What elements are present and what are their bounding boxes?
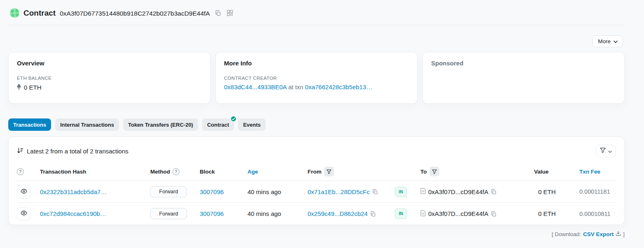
tab-transactions[interactable]: Transactions <box>8 118 51 131</box>
col-age-toggle[interactable]: Age <box>247 169 258 175</box>
txn-fee-text: 0.00011181 <box>579 188 610 195</box>
more-info-card: More Info CONTRACT CREATOR 0x83dC44...49… <box>215 52 418 104</box>
qr-code-button[interactable] <box>226 9 234 17</box>
eye-icon <box>21 189 27 195</box>
direction-badge: IN <box>395 209 407 219</box>
eth-balance-value: 0 ETH <box>24 84 42 91</box>
copy-from-button[interactable] <box>372 189 378 195</box>
overview-title: Overview <box>17 60 202 67</box>
col-value: Value <box>534 169 579 175</box>
table-header-row: ? Transaction Hash Method ? Block Age Fr… <box>17 162 616 181</box>
col-from: From <box>308 169 322 175</box>
table-row: 0x2322b311adcb5da7… Forward 3007096 40 m… <box>17 181 616 203</box>
to-filter-button[interactable] <box>429 167 439 176</box>
tab-events[interactable]: Events <box>238 118 266 131</box>
sort-descending-icon <box>17 147 23 155</box>
sponsored-card: Sponsored <box>422 52 625 104</box>
col-block: Block <box>200 169 247 175</box>
page-header: Contract 0xA3f07D6773514480b918C2742b027… <box>8 0 625 25</box>
method-badge[interactable]: Forward <box>150 208 187 219</box>
verified-check-icon <box>230 116 237 122</box>
chevron-down-icon <box>608 148 612 154</box>
from-address-link[interactable]: 0x259c49...D862cb24 <box>308 210 368 217</box>
download-icon <box>616 231 621 237</box>
toolbar-row: More <box>8 35 623 47</box>
table-filter-button[interactable] <box>596 145 616 157</box>
download-suffix: ] <box>623 231 625 237</box>
txn-hash-link[interactable]: 0x2322b311adcb5da7… <box>40 188 107 195</box>
eye-icon <box>21 211 27 217</box>
chevron-down-icon <box>614 38 618 44</box>
overview-card: Overview ETH BALANCE 0 ETH <box>8 52 210 104</box>
col-txn-fee-toggle[interactable]: Txn Fee <box>579 169 600 175</box>
preview-transaction-button[interactable] <box>17 185 30 199</box>
page-title: Contract 0xA3f07D6773514480b918C2742b027… <box>23 9 210 18</box>
contract-creator-row: 0x83dC44...4933BE0A at txn 0xa7662428c3b… <box>224 83 409 90</box>
from-address-link[interactable]: 0x71a1Eb...28DD5cFc <box>308 188 370 195</box>
table-row: 0xc72d984ccac6190b… Forward 3007096 40 m… <box>17 203 616 225</box>
tab-bar: Transactions Internal Transactions Token… <box>8 118 625 131</box>
method-help-icon[interactable]: ? <box>173 168 180 175</box>
eth-balance-label: ETH BALANCE <box>17 76 202 81</box>
creator-connector: at txn <box>288 83 303 90</box>
more-label: More <box>598 38 611 44</box>
more-dropdown-button[interactable]: More <box>593 35 623 47</box>
transactions-card: Latest 2 from a total of 2 transactions … <box>8 137 625 225</box>
to-address-text: 0xA3f07D...cD9E44fA <box>428 188 488 195</box>
to-address-text: 0xA3f07D...cD9E44fA <box>428 210 488 217</box>
direction-badge: IN <box>395 187 407 197</box>
tab-token-transfers-erc20[interactable]: Token Transfers (ERC-20) <box>123 118 198 131</box>
eth-balance-row: 0 ETH <box>17 83 202 91</box>
contract-address: 0xA3f07D6773514480b918C2742b027b3acD9E44… <box>60 10 210 17</box>
table-summary-row: Latest 2 from a total of 2 transactions <box>17 137 616 162</box>
col-method: Method <box>150 169 170 175</box>
contract-document-icon <box>420 188 426 195</box>
txn-hash-link[interactable]: 0xc72d984ccac6190b… <box>40 210 106 217</box>
info-cards: Overview ETH BALANCE 0 ETH More Info CON… <box>8 52 625 104</box>
copy-to-button[interactable] <box>491 211 497 217</box>
txn-fee-text: 0.00010811 <box>579 211 611 217</box>
value-text: 0 ETH <box>538 210 556 217</box>
age-text: 40 mins ago <box>247 188 281 195</box>
tab-internal-transactions[interactable]: Internal Transactions <box>55 118 119 131</box>
help-circle-icon[interactable]: ? <box>17 168 24 175</box>
download-prefix: [ Download: <box>552 231 581 237</box>
preview-transaction-button[interactable] <box>17 207 30 220</box>
col-transaction-hash: Transaction Hash <box>40 169 150 175</box>
age-text: 40 mins ago <box>247 210 281 217</box>
from-filter-button[interactable] <box>324 167 334 176</box>
filter-funnel-icon <box>600 148 606 154</box>
tab-contract-label: Contract <box>207 122 229 128</box>
download-footer: [ Download: CSV Export ] <box>8 225 625 237</box>
value-text: 0 ETH <box>538 188 556 195</box>
copy-from-button[interactable] <box>370 211 376 217</box>
col-to: To <box>420 169 427 175</box>
creation-txn-link[interactable]: 0xa7662428c3b5eb13… <box>305 83 372 90</box>
csv-export-link[interactable]: CSV Export <box>583 231 614 237</box>
copy-icon <box>215 10 221 16</box>
contract-creator-label: CONTRACT CREATOR <box>224 76 409 81</box>
block-link[interactable]: 3007096 <box>200 210 224 217</box>
contract-page: Contract 0xA3f07D6773514480b918C2742b027… <box>8 0 625 237</box>
more-info-title: More Info <box>224 60 409 67</box>
contract-document-icon <box>420 210 426 218</box>
copy-to-button[interactable] <box>491 189 497 195</box>
creator-address-link[interactable]: 0x83dC44...4933BE0A <box>224 83 287 90</box>
copy-address-button[interactable] <box>214 9 222 17</box>
tab-contract[interactable]: Contract <box>202 118 234 131</box>
qr-code-icon <box>227 10 233 16</box>
method-badge[interactable]: Forward <box>150 186 187 197</box>
contract-label: Contract <box>23 9 56 18</box>
sponsored-title: Sponsored <box>431 60 616 67</box>
contract-avatar <box>10 8 19 18</box>
block-link[interactable]: 3007096 <box>200 188 224 195</box>
transactions-summary-text: Latest 2 from a total of 2 transactions <box>27 148 128 155</box>
eth-diamond-icon <box>17 83 21 91</box>
